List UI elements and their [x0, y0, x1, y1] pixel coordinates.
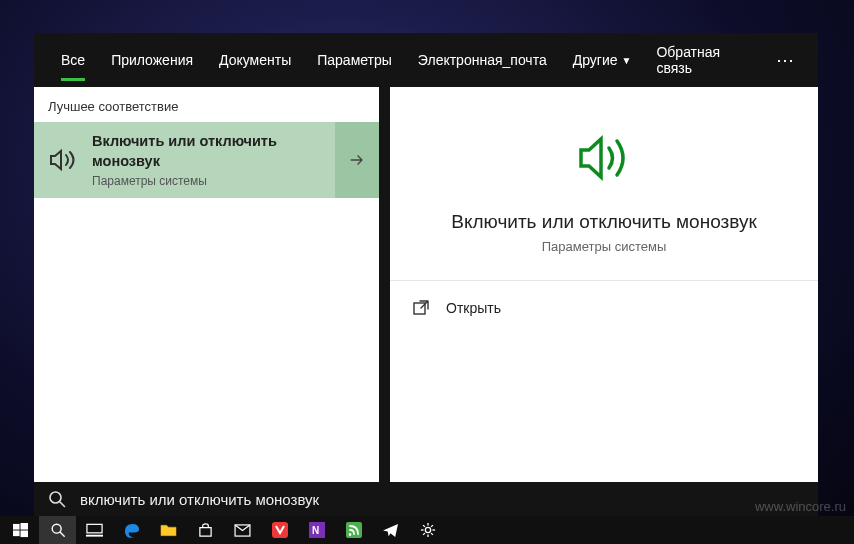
section-label: Лучшее соответствие [34, 87, 379, 122]
svg-rect-4 [21, 523, 29, 530]
speaker-icon [46, 144, 78, 176]
svg-rect-12 [272, 522, 288, 538]
open-action[interactable]: Открыть [412, 295, 796, 321]
rss-button[interactable] [335, 516, 372, 544]
edge-icon [123, 522, 140, 539]
gear-icon [420, 522, 436, 538]
explorer-button[interactable] [150, 516, 187, 544]
tab-email[interactable]: Электронная_почта [405, 33, 560, 87]
vivaldi-icon [272, 522, 288, 538]
tab-docs[interactable]: Документы [206, 33, 304, 87]
vivaldi-button[interactable] [261, 516, 298, 544]
tab-all[interactable]: Все [48, 33, 98, 87]
store-button[interactable] [187, 516, 224, 544]
settings-button[interactable] [409, 516, 446, 544]
svg-line-2 [60, 502, 65, 507]
svg-rect-9 [87, 524, 102, 533]
preview-subtitle: Параметры системы [542, 239, 667, 254]
expand-arrow-button[interactable] [335, 122, 379, 198]
mail-button[interactable] [224, 516, 261, 544]
content-area: Лучшее соответствие Включить или отключи… [34, 87, 818, 482]
windows-icon [13, 523, 28, 538]
preview-title: Включить или отключить монозвук [451, 211, 756, 233]
search-query-text: включить или отключить монозвук [80, 491, 319, 508]
feedback-link[interactable]: Обратная связь [644, 44, 768, 76]
search-icon [50, 522, 66, 538]
start-button[interactable] [2, 516, 39, 544]
rss-icon [346, 522, 362, 538]
more-icon[interactable]: ⋯ [768, 49, 804, 71]
svg-rect-3 [13, 523, 20, 529]
arrow-right-icon [347, 150, 367, 170]
tab-settings[interactable]: Параметры [304, 33, 405, 87]
tab-other[interactable]: Другие▼ [560, 33, 645, 87]
search-button[interactable] [39, 516, 76, 544]
edge-button[interactable] [113, 516, 150, 544]
folder-icon [160, 523, 177, 537]
svg-line-23 [423, 533, 425, 535]
preview-pane: Включить или отключить монозвук Параметр… [390, 87, 818, 482]
search-input-row[interactable]: включить или отключить монозвук [34, 482, 818, 516]
taskview-icon [86, 523, 103, 537]
onenote-icon: N [309, 522, 325, 538]
svg-line-24 [431, 525, 433, 527]
svg-point-1 [50, 492, 61, 503]
svg-point-16 [425, 527, 430, 532]
svg-rect-15 [346, 522, 362, 538]
telegram-button[interactable] [372, 516, 409, 544]
tab-apps[interactable]: Приложения [98, 33, 206, 87]
speaker-icon [569, 123, 639, 193]
svg-rect-10 [86, 535, 103, 537]
watermark: www.wincore.ru [755, 499, 846, 514]
open-icon [412, 299, 430, 317]
search-panel: Все Приложения Документы Параметры Элект… [34, 33, 818, 516]
filter-tabs: Все Приложения Документы Параметры Элект… [34, 33, 818, 87]
svg-rect-6 [21, 530, 29, 537]
result-title: Включить или отключить монозвук [92, 132, 323, 171]
results-pane: Лучшее соответствие Включить или отключи… [34, 87, 379, 482]
mail-icon [234, 524, 251, 537]
svg-line-8 [60, 532, 64, 536]
svg-rect-0 [414, 303, 425, 314]
search-icon [48, 490, 66, 508]
taskview-button[interactable] [76, 516, 113, 544]
result-item[interactable]: Включить или отключить монозвук Параметр… [34, 122, 335, 198]
svg-rect-5 [13, 530, 20, 536]
telegram-icon [382, 523, 399, 538]
open-label: Открыть [446, 300, 501, 316]
svg-line-21 [423, 525, 425, 527]
svg-text:N: N [312, 525, 319, 536]
store-icon [198, 523, 213, 538]
result-subtitle: Параметры системы [92, 174, 323, 188]
svg-line-22 [431, 533, 433, 535]
onenote-button[interactable]: N [298, 516, 335, 544]
chevron-down-icon: ▼ [622, 55, 632, 66]
taskbar: N [0, 516, 854, 544]
